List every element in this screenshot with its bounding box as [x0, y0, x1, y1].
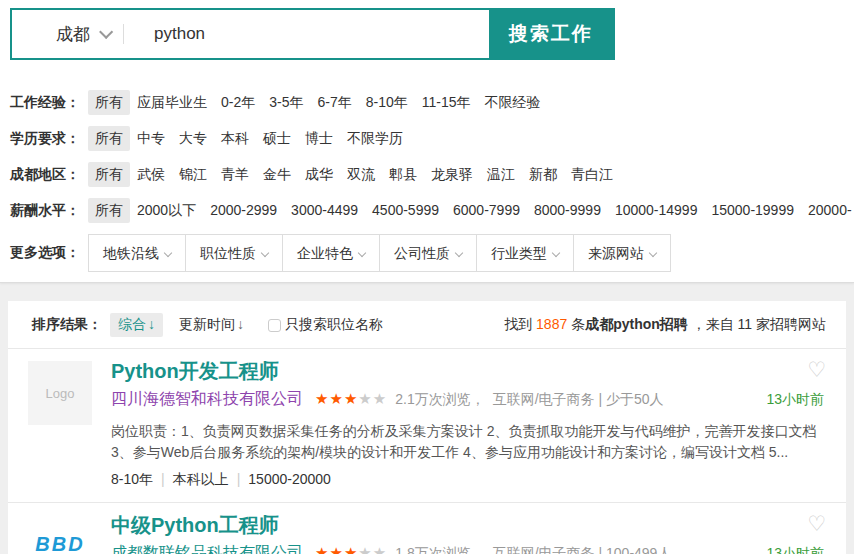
separator: | [229, 471, 249, 487]
industry-size: 互联网/电子商务 | 100-499人 [493, 543, 672, 554]
more-options-row: 更多选项： 地铁沿线职位性质企业特色公司性质行业类型来源网站 [10, 234, 854, 272]
chevron-down-icon [552, 248, 560, 256]
filter-option[interactable]: 3000-4499 [284, 198, 365, 223]
city-label: 成都 [56, 23, 90, 46]
summary-mid: ，来自 [688, 316, 738, 332]
sort-down-arrow-icon: ↓ [237, 316, 244, 332]
filter-option[interactable]: 2000-2999 [203, 198, 284, 223]
title-only-checkbox[interactable] [268, 319, 281, 332]
requirement-tag: 8-10年 [111, 471, 153, 487]
company-logo[interactable]: Logo [28, 361, 92, 425]
filter-option[interactable]: 6-7年 [310, 90, 358, 115]
rating-stars: ★★★★★ [315, 543, 387, 554]
posted-time: 13小时前 [766, 543, 826, 554]
company-logo[interactable]: BBD [28, 515, 92, 554]
filter-label: 学历要求： [10, 129, 88, 148]
job-title-link[interactable]: Python开发工程师 [111, 359, 279, 383]
filter-option[interactable]: 所有 [88, 162, 130, 187]
filter-option[interactable]: 8000-9999 [527, 198, 608, 223]
chevron-down-icon [164, 248, 172, 256]
filter-option[interactable]: 11-15年 [415, 90, 478, 115]
filter-option[interactable]: 龙泉驿 [424, 162, 480, 187]
filter-option[interactable]: 所有 [88, 90, 130, 115]
rating-stars: ★★★★★ [315, 389, 387, 409]
filter-option[interactable]: 3-5年 [262, 90, 310, 115]
filter-option[interactable]: 不限经验 [478, 90, 548, 115]
filter-option[interactable]: 20000- [801, 198, 854, 223]
dropdown-来源网站[interactable]: 来源网站 [573, 235, 670, 271]
chevron-down-icon [261, 248, 269, 256]
filter-option[interactable]: 双流 [340, 162, 382, 187]
sort-down-arrow-icon: ↓ [148, 316, 155, 332]
filter-option[interactable]: 10000-14999 [608, 198, 705, 223]
filter-label: 成都地区： [10, 165, 88, 184]
dropdown-企业特色[interactable]: 企业特色 [282, 235, 379, 271]
job-title-link[interactable]: 中级Python工程师 [111, 513, 279, 537]
search-filter-panel: 成都 搜索工作 工作经验：所有应届毕业生0-2年3-5年6-7年8-10年11-… [0, 0, 854, 283]
filter-option[interactable]: 中专 [130, 126, 172, 151]
filter-option[interactable]: 金牛 [256, 162, 298, 187]
title-only-checkbox-label: 只搜索职位名称 [285, 316, 383, 334]
filter-option[interactable]: 应届毕业生 [130, 90, 214, 115]
posted-time: 13小时前 [766, 389, 826, 409]
filter-options: 所有武侯锦江青羊金牛成华双流郫县龙泉驿温江新都青白江 [88, 165, 620, 187]
filter-option[interactable]: 6000-7999 [446, 198, 527, 223]
filter-option[interactable]: 2000以下 [130, 198, 203, 223]
dropdown-label: 来源网站 [588, 243, 644, 263]
title-only-checkbox-group[interactable]: 只搜索职位名称 [268, 316, 383, 334]
filter-option[interactable]: 锦江 [172, 162, 214, 187]
job-meta-row: 四川海德智和科技有限公司 ★★★★★ 2.1万次浏览， 互联网/电子商务 | 少… [111, 389, 826, 409]
filter-option[interactable]: 0-2年 [214, 90, 262, 115]
company-link[interactable]: 成都数联铭品科技有限公司 [111, 543, 303, 554]
filter-row-2: 成都地区：所有武侯锦江青羊金牛成华双流郫县龙泉驿温江新都青白江 [10, 158, 854, 194]
dropdown-职位性质[interactable]: 职位性质 [185, 235, 282, 271]
requirement-tag: 15000-20000 [248, 471, 331, 487]
dropdown-行业类型[interactable]: 行业类型 [476, 235, 573, 271]
sort-time-label: 更新时间 [179, 316, 235, 332]
filter-option[interactable]: 4500-5999 [365, 198, 446, 223]
search-button[interactable]: 搜索工作 [489, 10, 613, 58]
filter-option[interactable]: 武侯 [130, 162, 172, 187]
search-input[interactable] [124, 10, 489, 58]
filter-option[interactable]: 青白江 [564, 162, 620, 187]
chevron-down-icon [455, 248, 463, 256]
stars-empty: ★★ [358, 390, 387, 407]
job-card: BBD ♡ 中级Python工程师 成都数联铭品科技有限公司 ★★★★★ 1.8… [8, 502, 846, 554]
chevron-down-icon [649, 248, 657, 256]
filter-option[interactable]: 温江 [480, 162, 522, 187]
sort-time-button[interactable]: 更新时间↓ [171, 313, 252, 337]
filter-row-3: 薪酬水平：所有2000以下2000-29993000-44994500-5999… [10, 194, 854, 230]
filter-option[interactable]: 大专 [172, 126, 214, 151]
filter-option[interactable]: 15000-19999 [704, 198, 801, 223]
filter-option[interactable]: 硕士 [256, 126, 298, 151]
filter-option[interactable]: 所有 [88, 198, 130, 223]
city-selector[interactable]: 成都 [12, 10, 123, 58]
filter-options: 所有中专大专本科硕士博士不限学历 [88, 129, 410, 151]
dropdown-公司性质[interactable]: 公司性质 [379, 235, 476, 271]
filter-option[interactable]: 博士 [298, 126, 340, 151]
stars-filled: ★★★ [315, 544, 358, 554]
sort-comprehensive-label: 综合 [118, 316, 146, 332]
job-description: 岗位职责：1、负责网页数据采集任务的分析及采集方案设计 2、负责抓取功能开发与代… [111, 421, 826, 463]
filter-option[interactable]: 新都 [522, 162, 564, 187]
dropdown-地铁沿线[interactable]: 地铁沿线 [89, 235, 185, 271]
site-count: 11 [738, 316, 753, 332]
filter-option[interactable]: 郫县 [382, 162, 424, 187]
filter-option[interactable]: 青羊 [214, 162, 256, 187]
filter-option[interactable]: 本科 [214, 126, 256, 151]
filter-option[interactable]: 8-10年 [359, 90, 415, 115]
search-bar: 成都 搜索工作 [10, 8, 615, 60]
filter-rows: 工作经验：所有应届毕业生0-2年3-5年6-7年8-10年11-15年不限经验学… [10, 86, 854, 230]
dropdown-label: 企业特色 [297, 243, 353, 263]
heart-outline-icon[interactable]: ♡ [807, 513, 826, 534]
filter-option[interactable]: 不限学历 [340, 126, 410, 151]
filter-option[interactable]: 所有 [88, 126, 130, 151]
sort-comprehensive-button[interactable]: 综合↓ [110, 313, 163, 337]
dropdown-group: 地铁沿线职位性质企业特色公司性质行业类型来源网站 [88, 234, 671, 272]
chevron-down-icon [99, 25, 113, 39]
heart-outline-icon[interactable]: ♡ [807, 359, 826, 380]
filter-option[interactable]: 成华 [298, 162, 340, 187]
filter-row-1: 学历要求：所有中专大专本科硕士博士不限学历 [10, 122, 854, 158]
more-options-label: 更多选项： [10, 244, 88, 262]
company-link[interactable]: 四川海德智和科技有限公司 [111, 389, 303, 409]
